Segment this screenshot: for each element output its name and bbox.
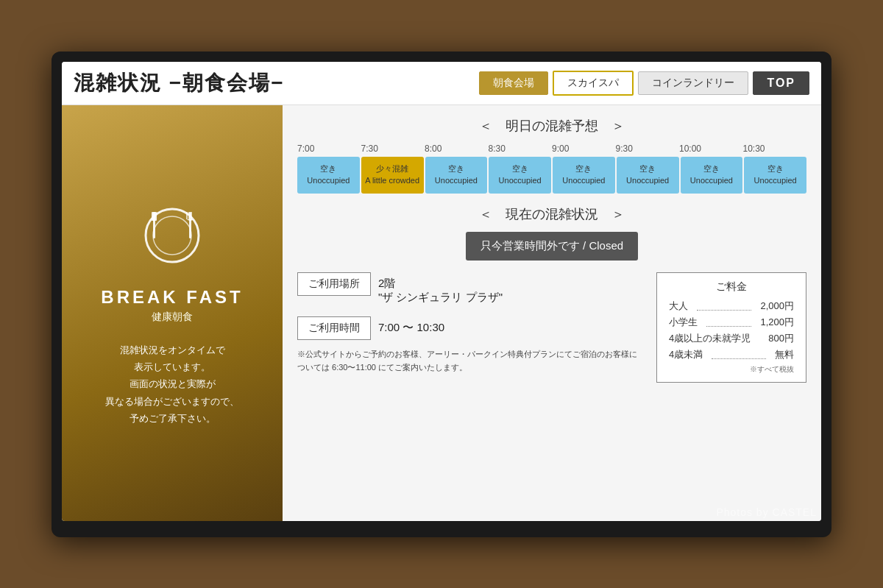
slot-2: 空きUnoccupied: [425, 157, 488, 194]
location-label: ご利用場所: [297, 272, 371, 296]
watermark: Photos by CASTEL: [716, 506, 817, 518]
slot-3: 空きUnoccupied: [489, 157, 551, 194]
svg-point-1: [153, 216, 191, 255]
slot-4: 空きUnoccupied: [553, 157, 615, 194]
current-status-section: ＜ 現在の混雑状況 ＞ 只今営業時間外です / Closed: [297, 205, 806, 261]
hour-0: 7:00: [297, 144, 361, 154]
hour-4: 9:00: [552, 144, 616, 154]
time-label: ご利用時間: [297, 316, 371, 340]
timeline-hours: 7:00 7:30 8:00 8:30 9:00 9:30 10:00 10:3…: [297, 144, 806, 154]
slot-1: 少々混雑A little crowded: [361, 157, 424, 194]
slot-5: 空きUnoccupied: [617, 157, 679, 194]
right-panel: ＜ 明日の混雑予想 ＞ 7:00 7:30 8:00 8:30 9:00 9:3…: [283, 105, 821, 521]
price-row-2: 4歳以上の未就学児 800円: [669, 332, 794, 345]
price-row-3: 4歳未満 無料: [669, 348, 794, 361]
location-value: 2階"ザ シンギュラリ プラザ": [378, 272, 503, 309]
breakfast-subtitle: 健康朝食: [152, 311, 193, 324]
price-row-0: 大人 2,000円: [669, 300, 794, 313]
hour-6: 10:00: [679, 144, 743, 154]
price-row-1: 小学生 1,200円: [669, 316, 794, 329]
tv-screen: 混雑状況 −朝食会場− 朝食会場 スカイスパ コインランドリー TOP: [62, 62, 821, 521]
plate-icon: [135, 199, 209, 275]
location-row: ご利用場所 2階"ザ シンギュラリ プラザ": [297, 272, 645, 309]
price-header: ご料金: [669, 280, 794, 294]
timeline-container: ＜ 明日の混雑予想 ＞ 7:00 7:30 8:00 8:30 9:00 9:3…: [297, 117, 806, 194]
left-description: 混雑状況をオンタイムで表示しています。画面の状況と実際が異なる場合がございますの…: [105, 341, 239, 428]
slot-0: 空きUnoccupied: [297, 157, 360, 194]
slot-6: 空きUnoccupied: [681, 157, 743, 194]
left-panel: BREAK FAST 健康朝食 混雑状況をオンタイムで表示しています。画面の状況…: [62, 105, 283, 521]
price-box: ご料金 大人 2,000円 小学生 1,200円 4歳以上の未就学児: [656, 272, 806, 383]
closed-badge: 只今営業時間外です / Closed: [466, 232, 638, 261]
time-value: 7:00 〜 10:30: [378, 316, 444, 339]
hour-5: 9:30: [616, 144, 680, 154]
info-grid: ご利用場所 2階"ザ シンギュラリ プラザ" ご利用時間 7:00 〜 10:3…: [297, 272, 806, 383]
main-content: BREAK FAST 健康朝食 混雑状況をオンタイムで表示しています。画面の状況…: [62, 105, 821, 521]
timeline-slots: 空きUnoccupied 少々混雑A little crowded 空きUnoc…: [297, 157, 806, 194]
slot-7: 空きUnoccupied: [744, 157, 806, 194]
price-note: ※すべて税抜: [669, 364, 794, 375]
tab-top[interactable]: TOP: [753, 71, 809, 95]
info-left: ご利用場所 2階"ザ シンギュラリ プラザ" ご利用時間 7:00 〜 10:3…: [297, 272, 645, 383]
hour-7: 10:30: [743, 144, 807, 154]
info-note: ※公式サイトからご予約のお客様、アーリー・パークイン特典付プランにてご宿泊のお客…: [297, 347, 645, 375]
hour-2: 8:00: [425, 144, 489, 154]
nav-tabs: 朝食会場 スカイスパ コインランドリー TOP: [479, 71, 809, 96]
header: 混雑状況 −朝食会場− 朝食会場 スカイスパ コインランドリー TOP: [62, 62, 821, 105]
tab-laundry[interactable]: コインランドリー: [638, 71, 748, 95]
breakfast-title: BREAK FAST: [101, 287, 243, 308]
tab-breakfast[interactable]: 朝食会場: [479, 71, 548, 95]
current-title: ＜ 現在の混雑状況 ＞: [297, 205, 806, 223]
hour-3: 8:30: [489, 144, 553, 154]
tab-skybar[interactable]: スカイスパ: [553, 71, 634, 96]
page-title: 混雑状況 −朝食会場−: [74, 69, 284, 97]
time-row: ご利用時間 7:00 〜 10:30: [297, 316, 645, 340]
hour-1: 7:30: [361, 144, 425, 154]
tv-display: 混雑状況 −朝食会場− 朝食会場 スカイスパ コインランドリー TOP: [52, 52, 831, 537]
tomorrow-title: ＜ 明日の混雑予想 ＞: [297, 117, 806, 135]
svg-rect-3: [152, 212, 157, 221]
